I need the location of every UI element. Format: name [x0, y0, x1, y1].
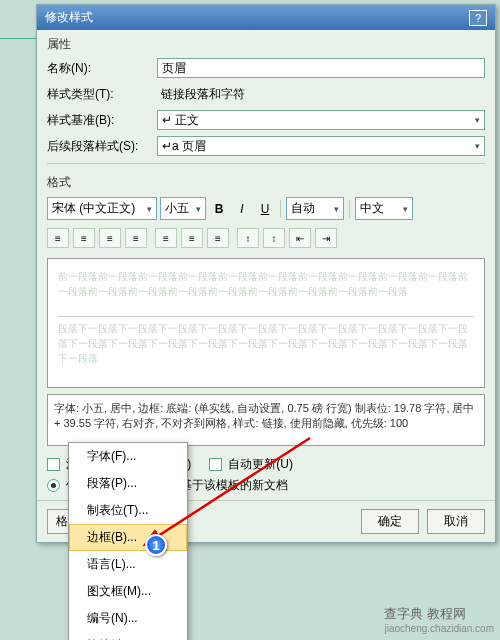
align-right-icon[interactable]: ≡ [99, 228, 121, 248]
align-left-icon[interactable]: ≡ [47, 228, 69, 248]
menu-shortcut[interactable]: 快捷键(K)... [69, 632, 187, 640]
style-based-label: 样式基准(B): [47, 112, 157, 129]
menu-paragraph[interactable]: 段落(P)... [69, 470, 187, 497]
chevron-down-icon: ▾ [147, 204, 152, 214]
bold-button[interactable]: B [209, 199, 229, 219]
menu-font[interactable]: 字体(F)... [69, 443, 187, 470]
name-label: 名称(N): [47, 60, 157, 77]
watermark-sub: jiaocheng.chazidian.com [384, 623, 494, 634]
space-before-icon[interactable]: ↕ [237, 228, 259, 248]
style-type-field: 链接段落和字符 [157, 84, 485, 104]
align-center-icon[interactable]: ≡ [73, 228, 95, 248]
callout-badge: 1 [145, 534, 167, 556]
chevron-down-icon: ▾ [475, 141, 480, 151]
preview-text-before: 前一段落前一段落前一段落前一段落前一段落前一段落前一段落前一段落前一段落前一段落… [58, 269, 474, 299]
font-family-combo[interactable]: 宋体 (中文正文)▾ [47, 197, 157, 220]
format-section-label: 格式 [37, 168, 495, 193]
only-doc-radio[interactable] [47, 479, 60, 492]
template-label: 基于该模板的新文档 [180, 477, 288, 494]
menu-tabs[interactable]: 制表位(T)... [69, 497, 187, 524]
italic-button[interactable]: I [232, 199, 252, 219]
properties-section-label: 属性 [37, 30, 495, 55]
next-style-combo[interactable]: ↵a 页眉▾ [157, 136, 485, 156]
align-justify-icon[interactable]: ≡ [125, 228, 147, 248]
line-spacing-15-icon[interactable]: ≡ [181, 228, 203, 248]
space-after-icon[interactable]: ↕ [263, 228, 285, 248]
chevron-down-icon: ▾ [196, 204, 201, 214]
paragraph-toolbar: ≡ ≡ ≡ ≡ ≡ ≡ ≡ ↕ ↕ ⇤ ⇥ [37, 224, 495, 252]
style-based-combo[interactable]: ↵ 正文▾ [157, 110, 485, 130]
format-dropdown-menu: 字体(F)... 段落(P)... 制表位(T)... 边框(B)... 语言(… [68, 442, 188, 640]
font-size-combo[interactable]: 小五▾ [160, 197, 206, 220]
line-spacing-2-icon[interactable]: ≡ [207, 228, 229, 248]
cancel-button[interactable]: 取消 [427, 509, 485, 534]
watermark: 查字典 教程网 jiaocheng.chazidian.com [384, 605, 494, 634]
style-type-label: 样式类型(T): [47, 86, 157, 103]
indent-increase-icon[interactable]: ⇥ [315, 228, 337, 248]
preview-text-current [58, 299, 474, 317]
help-icon[interactable]: ? [469, 10, 487, 26]
name-field[interactable]: 页眉 [157, 58, 485, 78]
ok-button[interactable]: 确定 [361, 509, 419, 534]
auto-update-checkbox[interactable] [209, 458, 222, 471]
menu-language[interactable]: 语言(L)... [69, 551, 187, 578]
menu-numbering[interactable]: 编号(N)... [69, 605, 187, 632]
preview-text-after: 段落下一段落下一段落下一段落下一段落下一段落下一段落下一段落下一段落下一段落下一… [58, 321, 474, 366]
chevron-down-icon: ▾ [475, 115, 480, 125]
watermark-main: 查字典 教程网 [384, 605, 494, 623]
style-description: 字体: 小五, 居中, 边框: 底端: (单实线, 自动设置, 0.75 磅 行… [47, 394, 485, 446]
font-lang-combo[interactable]: 中文▾ [355, 197, 413, 220]
next-style-label: 后续段落样式(S): [47, 138, 157, 155]
font-color-combo[interactable]: 自动▾ [286, 197, 344, 220]
chevron-down-icon: ▾ [403, 204, 408, 214]
preview-box: 前一段落前一段落前一段落前一段落前一段落前一段落前一段落前一段落前一段落前一段落… [47, 258, 485, 388]
add-quick-checkbox[interactable] [47, 458, 60, 471]
dialog-titlebar: 修改样式 ? [37, 5, 495, 30]
chevron-down-icon: ▾ [334, 204, 339, 214]
auto-update-label: 自动更新(U) [228, 456, 293, 473]
dialog-title: 修改样式 [45, 9, 93, 26]
indent-decrease-icon[interactable]: ⇤ [289, 228, 311, 248]
menu-border[interactable]: 边框(B)... [69, 524, 187, 551]
font-toolbar: 宋体 (中文正文)▾ 小五▾ B I U 自动▾ 中文▾ [37, 193, 495, 224]
line-spacing-1-icon[interactable]: ≡ [155, 228, 177, 248]
menu-frame[interactable]: 图文框(M)... [69, 578, 187, 605]
underline-button[interactable]: U [255, 199, 275, 219]
